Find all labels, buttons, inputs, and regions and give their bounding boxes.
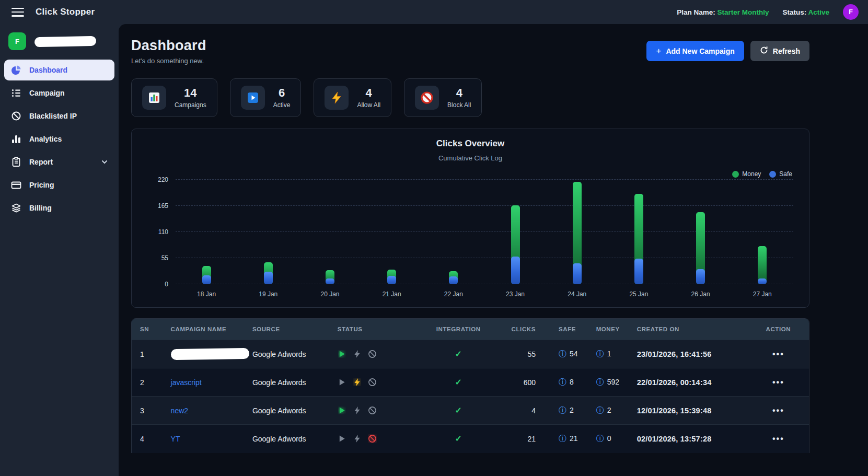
row-clicks: 600 xyxy=(503,368,550,397)
info-icon[interactable]: ⓘ xyxy=(596,377,604,386)
row-actions-menu[interactable]: ••• xyxy=(756,406,801,415)
campaign-name-link[interactable]: YT xyxy=(171,435,180,443)
page-subtitle: Let's do something new. xyxy=(131,57,206,65)
safe-bar xyxy=(264,272,273,284)
col-header-action: ACTION xyxy=(748,319,809,340)
bar-chart-icon xyxy=(10,134,22,144)
bar-group: 24 Jan xyxy=(568,182,586,300)
col-header-campaign-name: CAMPAIGN NAME xyxy=(163,319,244,340)
x-axis-label: 26 Jan xyxy=(691,284,710,300)
row-source: Google Adwords xyxy=(244,397,329,425)
sidebar-item-label: Analytics xyxy=(29,135,62,143)
row-money: 0 xyxy=(607,434,611,443)
row-sn: 2 xyxy=(132,368,163,397)
col-header-source: SOURCE xyxy=(244,319,329,340)
play-status-icon[interactable] xyxy=(338,350,347,359)
stat-value: 6 xyxy=(279,87,285,99)
sidebar-user: F xyxy=(0,31,119,60)
sidebar-item-dashboard[interactable]: Dashboard xyxy=(4,60,114,80)
app-brand: Click Stopper xyxy=(36,7,95,17)
refresh-button[interactable]: Refresh xyxy=(750,41,809,61)
sidebar-item-label: Billing xyxy=(29,204,52,212)
sidebar-item-campaign[interactable]: Campaign xyxy=(4,83,114,103)
user-avatar[interactable]: F xyxy=(843,4,859,20)
table-row: 4 YT Google Adwords ✓ 21 ⓘ21 ⓘ0 02/01/20… xyxy=(132,425,809,453)
stat-card-allow-all[interactable]: 4 Allow All xyxy=(314,78,391,117)
chevron-down-icon xyxy=(101,158,108,166)
bar-group: 27 Jan xyxy=(753,246,772,300)
x-axis-label: 18 Jan xyxy=(197,284,216,300)
credit-card-icon xyxy=(10,180,22,190)
play-status-icon[interactable] xyxy=(338,378,347,387)
row-actions-menu[interactable]: ••• xyxy=(756,350,801,359)
campaign-name-link[interactable]: javascript xyxy=(171,378,202,387)
add-new-campaign-button[interactable]: + Add New Campaign xyxy=(646,41,744,61)
sidebar-item-billing[interactable]: Billing xyxy=(4,198,114,218)
safe-bar xyxy=(202,275,211,284)
plan-value: Starter Monthly xyxy=(717,8,769,16)
row-clicks: 55 xyxy=(503,340,550,368)
status-value: Active xyxy=(808,8,829,16)
x-axis-label: 24 Jan xyxy=(568,284,586,300)
info-icon[interactable]: ⓘ xyxy=(559,434,566,443)
lightning-status-icon[interactable] xyxy=(353,350,362,359)
info-icon[interactable]: ⓘ xyxy=(559,349,566,358)
safe-bar xyxy=(696,269,705,284)
row-safe: 8 xyxy=(570,378,574,386)
info-icon[interactable]: ⓘ xyxy=(559,377,566,386)
page-title: Dashboard xyxy=(131,38,206,54)
stat-card-active[interactable]: 6 Active xyxy=(230,78,302,117)
refresh-icon xyxy=(760,46,768,56)
bar-group: 21 Jan xyxy=(383,270,401,300)
stat-card-block-all[interactable]: 4 Block All xyxy=(404,78,482,117)
row-actions-menu[interactable]: ••• xyxy=(756,434,801,444)
lightning-status-icon[interactable] xyxy=(353,406,362,415)
block-status-icon[interactable] xyxy=(368,406,377,415)
stat-card-campaigns[interactable]: 14 Campaigns xyxy=(131,78,217,117)
sidebar-item-analytics[interactable]: Analytics xyxy=(4,129,114,149)
bar-group: 25 Jan xyxy=(629,194,648,300)
row-sn: 3 xyxy=(132,397,163,425)
info-icon[interactable]: ⓘ xyxy=(596,349,604,358)
safe-bar xyxy=(758,278,767,284)
table-row: 1 Google Adwords ✓ 55 ⓘ54 ⓘ1 23/01/2026,… xyxy=(132,340,809,368)
clipboard-icon xyxy=(10,157,22,167)
lightning-status-icon[interactable] xyxy=(353,434,362,444)
row-created-on: 22/01/2026, 00:14:34 xyxy=(629,368,748,397)
clicks-overview-chart: Clicks Overview Cumulative Click Log Mon… xyxy=(131,129,809,308)
info-icon[interactable]: ⓘ xyxy=(559,405,566,414)
sidebar-item-label: Report xyxy=(29,158,53,166)
stat-label: Campaigns xyxy=(175,101,206,109)
block-status-icon[interactable] xyxy=(368,378,377,387)
row-actions-menu[interactable]: ••• xyxy=(756,378,801,387)
row-money: 592 xyxy=(607,378,619,386)
stat-value: 4 xyxy=(366,87,372,99)
bar-group: 23 Jan xyxy=(506,205,525,300)
block-icon xyxy=(10,111,22,121)
info-icon[interactable]: ⓘ xyxy=(596,434,604,443)
lightning-status-icon[interactable] xyxy=(353,378,362,387)
row-source: Google Adwords xyxy=(244,368,329,397)
play-status-icon[interactable] xyxy=(338,434,347,444)
block-status-icon[interactable] xyxy=(368,434,377,444)
campaign-name-link[interactable]: new2 xyxy=(171,407,188,415)
x-axis-label: 23 Jan xyxy=(506,284,525,300)
row-safe: 21 xyxy=(570,434,578,443)
sidebar-item-report[interactable]: Report xyxy=(4,152,114,172)
sidebar-item-pricing[interactable]: Pricing xyxy=(4,175,114,195)
hamburger-menu-icon[interactable] xyxy=(11,8,24,17)
lightning-icon xyxy=(325,86,349,110)
safe-bar xyxy=(573,263,582,284)
layers-icon xyxy=(10,203,22,213)
topbar: Click Stopper Plan Name: Starter Monthly… xyxy=(0,0,868,24)
bar-group: 26 Jan xyxy=(691,212,710,300)
play-status-icon[interactable] xyxy=(338,406,347,415)
info-icon[interactable]: ⓘ xyxy=(596,405,604,414)
campaign-table: SN CAMPAIGN NAME SOURCE STATUS INTEGRATI… xyxy=(131,318,809,453)
block-status-icon[interactable] xyxy=(368,350,377,359)
no-entry-icon xyxy=(415,86,439,110)
bar-group: 18 Jan xyxy=(197,266,216,300)
sidebar-item-blacklisted-ip[interactable]: Blacklisted IP xyxy=(4,106,114,126)
x-axis-label: 20 Jan xyxy=(320,284,339,300)
col-header-status: STATUS xyxy=(329,319,414,340)
